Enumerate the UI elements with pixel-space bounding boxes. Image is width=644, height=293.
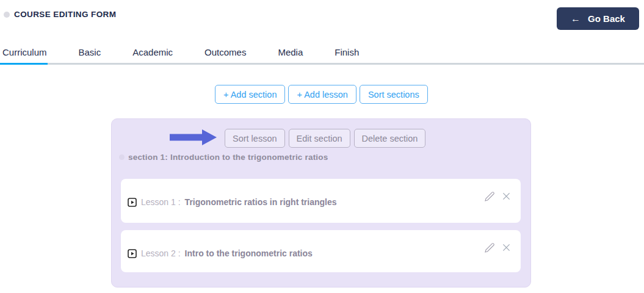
tab-outcomes[interactable]: Outcomes xyxy=(204,47,246,57)
lesson-line: Lesson 2 : Intro to the trigonometric ra… xyxy=(128,248,313,258)
right-block-arrow-icon xyxy=(170,129,217,146)
page-title: COURSE EDITING FORM xyxy=(14,10,116,19)
page-header: COURSE EDITING FORM xyxy=(4,10,116,19)
edit-lesson-pencil-icon[interactable] xyxy=(483,241,496,254)
lesson-card: Lesson 2 : Intro to the trigonometric ra… xyxy=(121,230,521,272)
add-section-button[interactable]: + Add section xyxy=(215,85,285,104)
section-dot-icon xyxy=(119,154,125,160)
active-tab-underline xyxy=(0,63,48,65)
play-in-square-icon xyxy=(128,198,137,207)
tab-academic[interactable]: Academic xyxy=(132,47,173,57)
lesson-card-actions xyxy=(483,241,513,254)
lesson-card: Lesson 1 : Trigonometric ratios in right… xyxy=(121,179,521,223)
edit-section-button[interactable]: Edit section xyxy=(289,129,350,148)
delete-section-button[interactable]: Delete section xyxy=(354,129,426,148)
lesson-title: Trigonometric ratios in right triangles xyxy=(185,197,337,207)
tab-finish[interactable]: Finish xyxy=(335,47,359,57)
sort-sections-button[interactable]: Sort sections xyxy=(360,85,428,104)
delete-lesson-x-icon[interactable] xyxy=(500,190,513,203)
tab-media[interactable]: Media xyxy=(278,47,303,57)
lesson-number-label: Lesson 1 : xyxy=(141,197,181,207)
header-dot-icon xyxy=(4,12,10,18)
sort-lesson-button[interactable]: Sort lesson xyxy=(225,129,285,148)
go-back-button[interactable]: ← Go Back xyxy=(557,7,639,30)
delete-lesson-x-icon[interactable] xyxy=(500,241,513,254)
section-title: section 1: Introduction to the trigonome… xyxy=(128,153,328,162)
curriculum-toolbar: + Add section + Add lesson Sort sections xyxy=(215,85,428,104)
form-step-tabs: Curriculum Basic Academic Outcomes Media… xyxy=(2,47,359,57)
section-panel: Sort lesson Edit section Delete section … xyxy=(111,118,531,288)
go-back-label: Go Back xyxy=(588,13,625,24)
left-arrow-icon: ← xyxy=(571,14,581,24)
lesson-number-label: Lesson 2 : xyxy=(141,248,181,258)
lesson-line: Lesson 1 : Trigonometric ratios in right… xyxy=(128,197,337,207)
section-title-row: section 1: Introduction to the trigonome… xyxy=(119,153,328,162)
tab-curriculum[interactable]: Curriculum xyxy=(2,47,47,57)
course-editing-page: COURSE EDITING FORM ← Go Back Curriculum… xyxy=(0,0,644,293)
tabs-divider xyxy=(0,63,644,65)
tab-basic[interactable]: Basic xyxy=(79,47,101,57)
add-lesson-button[interactable]: + Add lesson xyxy=(288,85,356,104)
lesson-card-actions xyxy=(483,190,513,203)
edit-lesson-pencil-icon[interactable] xyxy=(483,190,496,203)
lesson-title: Intro to the trigonometric ratios xyxy=(185,248,313,258)
section-action-buttons: Sort lesson Edit section Delete section xyxy=(225,129,425,148)
play-in-square-icon xyxy=(128,249,137,258)
